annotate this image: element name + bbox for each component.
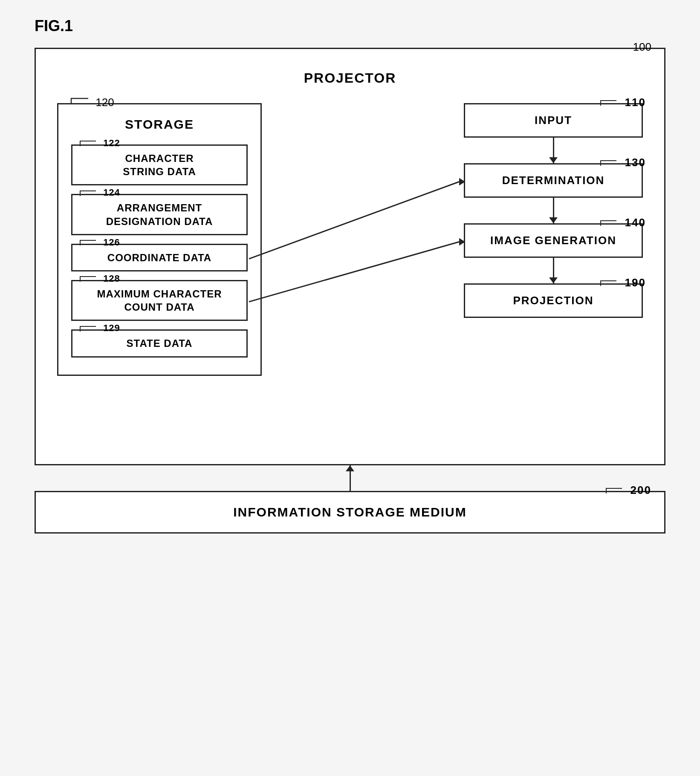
input-ref: 110 [597, 96, 646, 109]
coordinate-label: COORDINATE DATA [107, 252, 211, 263]
max-char-label: MAXIMUM CHARACTERCOUNT DATA [97, 288, 222, 313]
char-string-label: CHARACTERSTRING DATA [123, 153, 196, 177]
char-string-ref: 122 [77, 137, 120, 150]
arrow-input-to-determination [553, 138, 554, 163]
determination-ref: 130 [597, 156, 646, 169]
projection-box: 190 PROJECTION [464, 283, 643, 318]
image-gen-ref: 140 [597, 216, 646, 229]
projector-ref: 100 [633, 40, 651, 54]
arrow-determination-to-image-gen [553, 198, 554, 223]
right-column: 110 INPUT [464, 103, 643, 318]
up-arrow-line [350, 465, 351, 491]
max-char-count-data-box: 128 MAXIMUM CHARACTERCOUNT DATA [71, 280, 248, 321]
storage-title: STORAGE [71, 117, 248, 132]
projection-ref: 190 [597, 276, 646, 289]
info-storage-label: INFORMATION STORAGE MEDIUM [233, 505, 467, 519]
storage-box: 120 STORAGE 122 CHARACTERSTRING DATA [57, 103, 262, 376]
input-box: 110 INPUT [464, 103, 643, 138]
projection-label: PROJECTION [513, 294, 593, 307]
image-generation-box: 140 IMAGE GENERATION [464, 223, 643, 258]
diagram-wrapper: FIG.1 100 PROJECTOR 120 STORAGE [35, 17, 665, 534]
image-gen-label: IMAGE GENERATION [490, 234, 616, 247]
info-storage-section: 200 INFORMATION STORAGE MEDIUM [35, 491, 665, 534]
coordinate-ref: 126 [77, 237, 120, 249]
arrangement-ref: 124 [77, 187, 120, 199]
inner-layout: 120 STORAGE 122 CHARACTERSTRING DATA [57, 103, 643, 376]
projector-box: 100 PROJECTOR 120 STORAGE [35, 48, 665, 465]
max-char-ref: 128 [77, 273, 120, 285]
state-ref: 129 [77, 322, 120, 335]
storage-ref: 120 [67, 96, 114, 109]
arrow-image-gen-to-projection [553, 258, 554, 283]
projector-title: PROJECTOR [57, 70, 643, 86]
input-label: INPUT [535, 114, 572, 127]
diagram-inner-wrapper: 100 PROJECTOR 120 STORAGE [35, 48, 665, 534]
figure-title: FIG.1 [35, 17, 665, 35]
info-storage-box: 200 INFORMATION STORAGE MEDIUM [35, 491, 665, 534]
determination-label: DETERMINATION [502, 174, 605, 187]
character-string-data-box: 122 CHARACTERSTRING DATA [71, 144, 248, 185]
arrangement-label: ARRANGEMENTDESIGNATION DATA [106, 202, 213, 227]
arrangement-designation-data-box: 124 ARRANGEMENTDESIGNATION DATA [71, 194, 248, 235]
determination-box: 130 DETERMINATION [464, 163, 643, 198]
info-storage-ref: 200 [603, 484, 651, 497]
state-data-box: 129 STATE DATA [71, 329, 248, 357]
state-label: STATE DATA [127, 338, 193, 349]
arrow-info-to-projector [35, 465, 665, 491]
coordinate-data-box: 126 COORDINATE DATA [71, 244, 248, 271]
